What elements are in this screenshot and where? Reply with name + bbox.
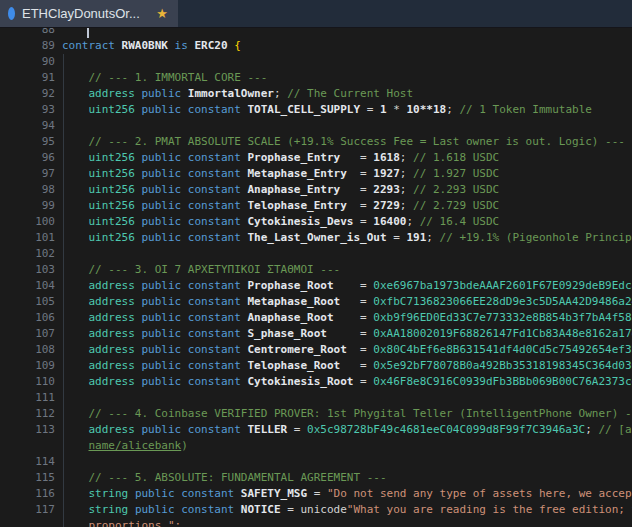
code-line[interactable]: 93 uint256 public constant TOTAL_CELL_SU… [0, 102, 632, 118]
code-line-wrap[interactable]: proportions."; [0, 518, 632, 527]
code-editor[interactable]: 8889contract RWA0BNK is ERC20 {9091 // -… [0, 28, 632, 527]
line-number[interactable]: 102 [0, 246, 55, 262]
code-line[interactable]: 116 string public constant SAFETY_MSG = … [0, 486, 632, 502]
code-line[interactable]: 106 address public constant Anaphase_Roo… [0, 310, 632, 326]
line-number[interactable]: 101 [0, 230, 55, 246]
code-token: = [360, 103, 380, 116]
line-number[interactable]: 107 [0, 326, 55, 342]
line-number[interactable]: 100 [0, 214, 55, 230]
code-line[interactable]: 95 // --- 2. PMAT ABSOLUTE SCALE (+19.1%… [0, 134, 632, 150]
code-token [181, 375, 188, 388]
code-line[interactable]: 107 address public constant S_phase_Root… [0, 326, 632, 342]
code-line[interactable]: 91 // --- 1. IMMORTAL CORE --- [0, 70, 632, 86]
code-line[interactable]: 105 address public constant Metaphase_Ro… [0, 294, 632, 310]
code-token [62, 327, 89, 340]
line-number[interactable]: 117 [0, 502, 55, 518]
line-number[interactable]: 99 [0, 198, 55, 214]
code-token [62, 423, 89, 436]
code-line[interactable]: 113 address public constant TELLER = 0x5… [0, 422, 632, 438]
code-token: ERC20 [194, 39, 227, 52]
code-token: SAFETY_MSG [241, 487, 307, 500]
code-token: // 1.927 USDC [413, 167, 499, 180]
code-line-wrap[interactable]: name/alicebank) [0, 438, 632, 454]
line-number[interactable]: 110 [0, 374, 55, 390]
code-token: public [141, 311, 181, 324]
code-line[interactable]: 96 uint256 public constant Prophase_Entr… [0, 150, 632, 166]
line-number[interactable]: 105 [0, 294, 55, 310]
code-token: NOTICE [241, 503, 281, 516]
line-number[interactable]: 95 [0, 134, 55, 150]
code-line[interactable]: 89contract RWA0BNK is ERC20 { [0, 38, 632, 54]
code-token [62, 487, 89, 500]
tab-ethclaydonuts[interactable]: ETHClayDonutsOr... ★ [0, 0, 178, 27]
code-line[interactable]: 103 // --- 3. ΟΙ 7 ΑΡΧΕΤΥΠΙΚΟΙ ΣΤΑΘΜΟΙ -… [0, 262, 632, 278]
code-line[interactable]: 92 address public ImmortalOwner; // The … [0, 86, 632, 102]
code-token: = [347, 343, 374, 356]
line-number[interactable]: 106 [0, 310, 55, 326]
pinned-star-icon[interactable]: ★ [156, 7, 168, 20]
line-number[interactable]: 112 [0, 406, 55, 422]
line-number[interactable]: 94 [0, 118, 55, 134]
code-token: ; [400, 151, 413, 164]
line-number[interactable]: 104 [0, 278, 55, 294]
code-token [234, 503, 241, 516]
line-number[interactable]: 111 [0, 390, 55, 406]
code-line[interactable]: 117 string public constant NOTICE = unic… [0, 502, 632, 518]
code-line[interactable]: 115 // --- 5. ABSOLUTE: FUNDAMENTAL AGRE… [0, 470, 632, 486]
code-token: name/alicebank [89, 439, 182, 452]
code-line[interactable]: 99 uint256 public constant Telophase_Ent… [0, 198, 632, 214]
code-line[interactable]: 98 uint256 public constant Anaphase_Entr… [0, 182, 632, 198]
code-line[interactable]: 97 uint256 public constant Metaphase_Ent… [0, 166, 632, 182]
code-token [62, 407, 89, 420]
code-text: // --- 4. Coinbase VERIFIED PROVER: 1st … [55, 406, 632, 422]
line-number[interactable]: 113 [0, 422, 55, 438]
code-line[interactable]: 100 uint256 public constant Cytokinesis_… [0, 214, 632, 230]
code-line[interactable]: 110 address public constant Cytokinesis_… [0, 374, 632, 390]
line-number[interactable]: 96 [0, 150, 55, 166]
code-line[interactable]: 102 [0, 246, 632, 262]
line-number[interactable]: 114 [0, 454, 55, 470]
code-token: 0x5c98728bF49c4681eeC04C099d8F99f7C3946a… [307, 423, 585, 436]
code-line[interactable]: 88 [0, 28, 632, 38]
code-token: public [135, 487, 175, 500]
line-number[interactable]: 92 [0, 86, 55, 102]
code-token: address [89, 295, 135, 308]
line-number[interactable]: 103 [0, 262, 55, 278]
code-line[interactable]: 111 [0, 390, 632, 406]
code-token: // --- 4. Coinbase VERIFIED PROVER: 1st … [89, 407, 632, 420]
code-token: public [141, 215, 181, 228]
code-line[interactable]: 94 [0, 118, 632, 134]
code-token: = [387, 231, 407, 244]
code-token: ImmortalOwner [188, 87, 274, 100]
line-number[interactable]: 115 [0, 470, 55, 486]
code-text: string public constant SAFETY_MSG = "Do … [55, 486, 632, 502]
code-line[interactable]: 101 uint256 public constant The_Last_Own… [0, 230, 632, 246]
code-token: public [141, 375, 181, 388]
line-number[interactable]: 88 [0, 28, 55, 38]
code-token: "What you are reading is the free editio… [347, 503, 632, 516]
code-token: Anaphase_Entry [247, 183, 340, 196]
code-token: constant [188, 423, 241, 436]
code-token [62, 215, 89, 228]
code-text [55, 54, 632, 70]
code-token: = [340, 183, 373, 196]
code-line[interactable]: 108 address public constant Centromere_R… [0, 342, 632, 358]
line-number[interactable]: 93 [0, 102, 55, 118]
line-number[interactable]: 89 [0, 38, 55, 54]
line-number[interactable]: 90 [0, 54, 55, 70]
line-number[interactable]: 116 [0, 486, 55, 502]
code-token: constant [188, 327, 241, 340]
line-number[interactable]: 108 [0, 342, 55, 358]
code-text [55, 390, 632, 406]
line-number[interactable]: 97 [0, 166, 55, 182]
line-number[interactable]: 91 [0, 70, 55, 86]
code-line[interactable]: 109 address public constant Telophase_Ro… [0, 358, 632, 374]
code-line[interactable]: 104 address public constant Prophase_Roo… [0, 278, 632, 294]
code-line[interactable]: 90 [0, 54, 632, 70]
line-number[interactable]: 109 [0, 358, 55, 374]
code-token [181, 199, 188, 212]
code-text: uint256 public constant Telophase_Entry … [55, 198, 632, 214]
code-line[interactable]: 112 // --- 4. Coinbase VERIFIED PROVER: … [0, 406, 632, 422]
line-number[interactable]: 98 [0, 182, 55, 198]
code-line[interactable]: 114 [0, 454, 632, 470]
